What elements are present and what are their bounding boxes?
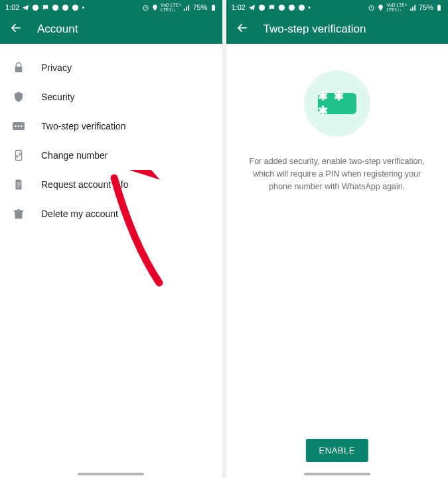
status-right: VoD LTE+LTE1↑↓ 75%	[368, 3, 443, 12]
page-title: Two-step verification	[263, 23, 366, 36]
more-icon: •	[82, 3, 84, 11]
menu-label: Privacy	[41, 62, 72, 73]
document-icon	[12, 178, 25, 191]
svg-rect-11	[16, 151, 22, 161]
pin-stars-icon: ✱ ✱ ✱	[318, 93, 356, 114]
battery-icon	[435, 4, 443, 11]
notif-icon	[72, 4, 79, 11]
svg-point-0	[33, 4, 38, 10]
pin-badge: ✱ ✱ ✱	[304, 70, 370, 137]
svg-point-8	[15, 125, 17, 127]
lock-icon	[12, 61, 25, 74]
notif-icon	[52, 4, 59, 11]
back-icon[interactable]	[9, 21, 23, 37]
status-time: 1:02	[5, 3, 19, 11]
location-icon	[151, 4, 159, 11]
alarm-icon	[142, 4, 149, 11]
signal-icon	[410, 4, 417, 11]
menu-label: Delete my account	[41, 208, 118, 219]
two-step-screen: 1:02 • VoD LTE+LTE1↑↓ 75% Two-step verif…	[226, 0, 449, 478]
notif-icon	[32, 4, 39, 11]
svg-rect-13	[17, 185, 21, 185]
phone-swap-icon	[12, 149, 25, 162]
notif-icon	[288, 4, 295, 11]
status-left: 1:02 •	[232, 3, 311, 11]
svg-point-3	[72, 4, 78, 10]
status-bar: 1:02 • VoD LTE+LTE1↑↓ 75%	[226, 0, 449, 15]
home-indicator[interactable]	[78, 473, 144, 475]
battery-icon	[210, 4, 217, 11]
chat-icon	[42, 4, 49, 11]
lte1-icon: VoD LTE+LTE1↑↓	[161, 3, 182, 12]
account-screen: 1:02 • VoD LTE+LTE1↑↓ 75% Account	[0, 0, 222, 478]
battery-pct: 75%	[192, 3, 207, 11]
notif-icon	[258, 4, 265, 11]
shield-icon	[12, 90, 25, 104]
menu-item-request-info[interactable]: Request account info	[0, 170, 222, 199]
svg-point-17	[289, 4, 295, 10]
status-right: VoD LTE+LTE1↑↓ 75%	[142, 3, 217, 12]
svg-rect-5	[212, 5, 215, 10]
app-bar: Two-step verification	[226, 15, 449, 44]
app-bar: Account	[0, 15, 222, 44]
svg-point-18	[299, 4, 305, 10]
enable-button[interactable]: ENABLE	[306, 439, 368, 462]
lte1-icon: VoD LTE+LTE1↑↓	[386, 3, 408, 12]
svg-point-10	[21, 125, 23, 127]
menu-item-delete-account[interactable]: Delete my account	[0, 199, 222, 228]
menu-label: Security	[41, 92, 75, 102]
status-time: 1:02	[232, 3, 246, 11]
svg-point-15	[259, 4, 265, 10]
menu-label: Two-step verification	[41, 121, 126, 131]
back-icon[interactable]	[236, 21, 249, 37]
svg-rect-21	[439, 4, 440, 5]
svg-point-9	[18, 125, 20, 127]
notif-icon	[298, 4, 305, 11]
telegram-icon	[22, 4, 29, 11]
pin-icon	[12, 120, 25, 133]
two-step-description: For added security, enable two-step veri…	[242, 155, 433, 193]
menu-label: Request account info	[41, 179, 129, 190]
menu-label: Change number	[41, 150, 108, 161]
svg-rect-14	[17, 187, 20, 187]
svg-point-16	[279, 4, 285, 10]
trash-icon	[12, 207, 25, 220]
chat-icon	[268, 4, 275, 11]
alarm-icon	[368, 4, 375, 11]
home-indicator[interactable]	[304, 473, 370, 475]
svg-rect-12	[17, 183, 21, 183]
menu-list: Privacy Security Two-step verification C…	[0, 44, 222, 478]
location-icon	[377, 4, 384, 11]
two-step-content: ✱ ✱ ✱ For added security, enable two-ste…	[226, 44, 449, 478]
menu-item-two-step[interactable]: Two-step verification	[0, 112, 222, 141]
notif-icon	[278, 4, 285, 11]
svg-point-2	[62, 4, 68, 10]
svg-point-1	[52, 4, 58, 10]
telegram-icon	[248, 4, 256, 11]
menu-item-security[interactable]: Security	[0, 82, 222, 112]
signal-icon	[183, 4, 190, 11]
menu-item-change-number[interactable]: Change number	[0, 141, 222, 170]
notif-icon	[62, 4, 69, 11]
page-title: Account	[37, 23, 78, 36]
status-left: 1:02 •	[5, 3, 84, 11]
more-icon: •	[308, 3, 311, 11]
svg-rect-20	[437, 5, 441, 10]
menu-item-privacy[interactable]: Privacy	[0, 53, 222, 82]
status-bar: 1:02 • VoD LTE+LTE1↑↓ 75%	[0, 0, 222, 15]
svg-rect-6	[212, 4, 214, 5]
battery-pct: 75%	[419, 3, 433, 11]
